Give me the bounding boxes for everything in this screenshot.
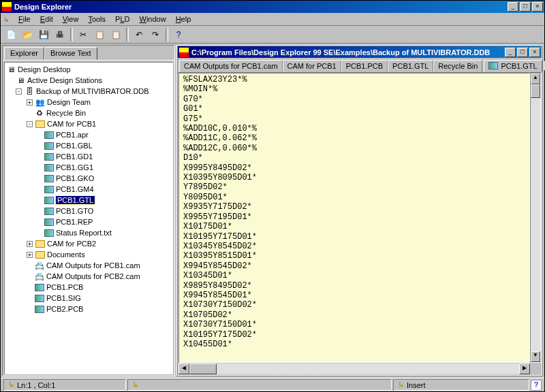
folder-icon — [35, 251, 45, 259]
print-button[interactable]: 🖶 — [52, 27, 67, 42]
insert-mode: Insert — [407, 381, 426, 389]
tree-leaf-label: PCB1.GBL — [56, 142, 93, 150]
tree-node[interactable]: PCB1.PCB — [46, 283, 83, 291]
tree-leaf[interactable]: PCB1.GD1 — [6, 151, 171, 162]
tree-leaf-label: Status Report.txt — [56, 229, 112, 237]
team-icon: 👥 — [35, 98, 45, 107]
tree-leaf-label: PCB1.GM4 — [56, 185, 94, 193]
tree-leaf[interactable]: PCB1.GM4 — [6, 184, 171, 195]
paste-button[interactable]: 📋 — [108, 27, 123, 42]
cut-button[interactable]: ✂ — [76, 27, 91, 42]
tree-node[interactable]: CAM Outputs for PCB2.cam — [46, 272, 140, 280]
doc-tab[interactable]: Recycle Bin — [433, 60, 482, 72]
scroll-corner — [530, 363, 541, 374]
tree-leaf[interactable]: PCB1.GBL — [6, 140, 171, 151]
tab-explorer[interactable]: Explorer — [4, 47, 44, 60]
recycle-icon: ♻ — [35, 109, 44, 118]
doc-titlebar: C:\Program Files\Design Explorer 99 SE\E… — [178, 46, 542, 58]
scroll-down-button[interactable]: ▼ — [531, 351, 540, 362]
tree-node[interactable]: CAM for PCB2 — [47, 240, 96, 248]
menu-edit[interactable]: Edit — [36, 14, 57, 24]
tab-browse-text[interactable]: Browse Text — [44, 47, 97, 60]
maximize-button[interactable]: □ — [520, 2, 531, 12]
tree-leaf[interactable]: PCB1.GG1 — [6, 162, 171, 173]
toolbar-sep — [166, 28, 168, 42]
tree-node[interactable]: CAM Outputs for PCB1.cam — [46, 261, 140, 270]
close-button[interactable]: × — [532, 2, 543, 12]
scroll-thumb[interactable] — [189, 363, 217, 374]
tree-leaf[interactable]: Status Report.txt — [6, 227, 171, 238]
statusbar: ↳Ln:1 , Col:1 ↳ ↳Insert ? — [1, 378, 544, 391]
tree-root[interactable]: 🖥Design Desktop — [6, 64, 171, 75]
doc-tab[interactable]: PCB1.GTL — [388, 60, 433, 72]
collapse-icon[interactable]: - — [16, 88, 22, 95]
scroll-left-button[interactable]: ◀ — [178, 363, 189, 374]
minimize-button[interactable]: _ — [508, 2, 518, 12]
menu-tools[interactable]: Tools — [84, 14, 110, 24]
collapse-icon[interactable]: - — [27, 121, 33, 127]
tree-node[interactable]: Backup of MULTIVIBRATOR.DDB — [36, 87, 149, 95]
doc-min-button[interactable]: _ — [505, 48, 516, 57]
menu-file[interactable]: File — [14, 14, 35, 24]
pcb-icon — [35, 306, 44, 313]
tree-node[interactable]: Documents — [47, 250, 85, 259]
cursor-position: Ln:1 , Col:1 — [17, 381, 55, 389]
doc-tab-active[interactable]: PCB1.GTL — [484, 60, 542, 72]
pcb-icon — [44, 197, 54, 204]
document-area: C:\Program Files\Design Explorer 99 SE\E… — [176, 45, 543, 376]
redo-button[interactable]: ↷ — [148, 27, 163, 42]
toolbar: 📄 📂 💾 🖶 ✂ 📋 📋 ↶ ↷ ? — [1, 26, 544, 44]
pcb-icon — [488, 62, 498, 69]
pcb-icon — [44, 229, 54, 237]
tree-node[interactable]: PCB2.PCB — [46, 305, 83, 313]
doc-tab[interactable]: PCB1.PCB — [341, 60, 388, 72]
open-button[interactable]: 📂 — [20, 27, 35, 42]
pcb-icon — [44, 218, 54, 226]
tree-node[interactable]: Active Design Stations — [27, 76, 102, 84]
menu-help[interactable]: Help — [172, 14, 196, 24]
database-icon: 🗄 — [25, 87, 34, 96]
tree-leaf[interactable]: PCB1.REP — [6, 216, 171, 227]
doc-close-button[interactable]: × — [529, 48, 540, 57]
tree-view[interactable]: 🖥Design Desktop 🖥Active Design Stations … — [4, 62, 173, 374]
expand-icon[interactable]: + — [27, 241, 33, 247]
menu-pld[interactable]: PLD — [111, 14, 134, 24]
horizontal-scrollbar[interactable]: ◀ ▶ — [178, 363, 541, 374]
save-button[interactable]: 💾 — [36, 27, 51, 42]
stations-icon: 🖥 — [16, 76, 25, 85]
vertical-scrollbar[interactable]: ▲ ▼ — [530, 73, 541, 363]
scroll-thumb[interactable] — [531, 84, 540, 98]
help-button[interactable]: ? — [171, 27, 186, 42]
menu-view[interactable]: View — [59, 14, 83, 24]
desktop-icon: 🖥 — [6, 65, 16, 74]
doc-max-button[interactable]: □ — [517, 48, 528, 57]
expand-icon[interactable]: + — [27, 99, 33, 105]
pcb-icon — [44, 131, 54, 139]
doc-title: C:\Program Files\Design Explorer 99 SE\E… — [191, 48, 503, 56]
expand-icon[interactable]: + — [27, 252, 33, 258]
tree-leaf[interactable]: PCB1.GTO — [6, 206, 171, 216]
tree-node[interactable]: Recycle Bin — [46, 109, 86, 117]
tree-node[interactable]: PCB1.SIG — [46, 294, 81, 302]
tree-node[interactable]: CAM for PCB1 — [47, 120, 96, 128]
tree-leaf[interactable]: PCB1.GKO — [6, 173, 171, 184]
doc-tab[interactable]: CAM for PCB1 — [283, 60, 341, 72]
pcb-icon — [44, 175, 54, 182]
tree-leaf[interactable]: PCB1.GTL — [6, 195, 171, 206]
explorer-tabs: Explorer Browse Text — [3, 46, 174, 61]
text-editor[interactable]: %FSLAX23Y23*% %MOIN*% G70* G01* G75* %AD… — [178, 73, 530, 363]
tree-leaf[interactable]: PCB1.apr — [6, 129, 171, 140]
tree-leaf-label: PCB1.REP — [56, 218, 93, 226]
scroll-right-button[interactable]: ▶ — [519, 363, 530, 374]
undo-button[interactable]: ↶ — [131, 27, 146, 42]
toolbar-sep — [70, 28, 73, 42]
new-button[interactable]: 📄 — [3, 27, 18, 42]
toolbar-sep — [126, 28, 129, 42]
help-icon[interactable]: ? — [531, 380, 542, 391]
copy-button[interactable]: 📋 — [92, 27, 107, 42]
tree-node[interactable]: Design Team — [47, 98, 91, 106]
app-icon — [2, 2, 12, 12]
menu-window[interactable]: Window — [135, 14, 170, 24]
scroll-up-button[interactable]: ▲ — [531, 74, 540, 84]
doc-tab[interactable]: CAM Outputs for PCB1.cam — [179, 60, 283, 72]
